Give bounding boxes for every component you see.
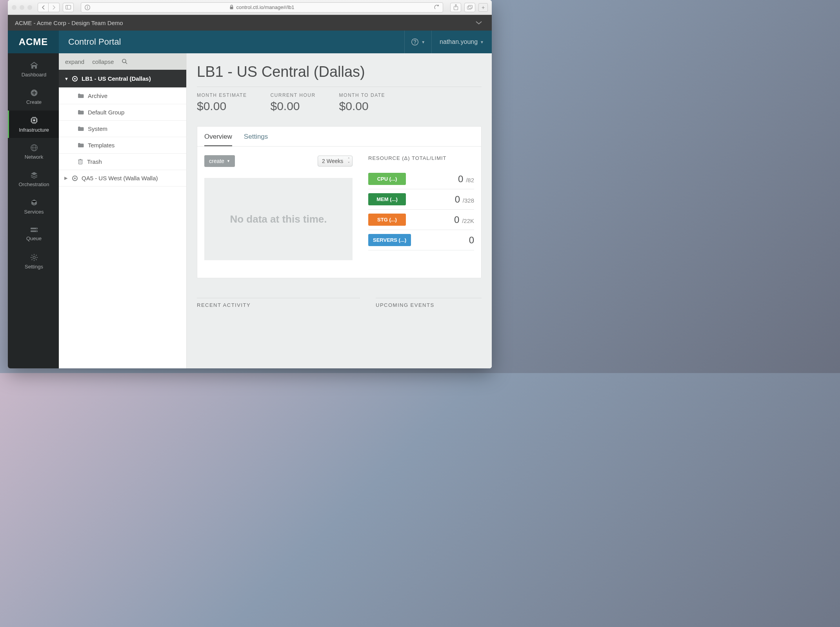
svg-point-35 xyxy=(122,59,126,63)
tree-pane: expand collapse ▼ LB1 - US Central (Dall… xyxy=(59,53,187,368)
metric-label: MONTH ESTIMATE xyxy=(197,92,247,98)
stg-value: 0 /22K xyxy=(454,214,474,225)
folder-icon xyxy=(78,110,84,115)
cpu-value: 0 /82 xyxy=(458,174,474,185)
reload-icon[interactable] xyxy=(434,4,440,10)
tree-node-system[interactable]: System xyxy=(59,121,186,137)
tab-settings[interactable]: Settings xyxy=(244,133,268,146)
metric-value: $0.00 xyxy=(270,100,315,113)
card-tabs: Overview Settings xyxy=(197,127,481,147)
nav-settings[interactable]: Settings xyxy=(8,248,59,275)
resource-row-mem: MEM (...) 0 /328 xyxy=(368,189,474,210)
resource-row-servers: SERVERS (...) 0 xyxy=(368,230,474,250)
tree-node-archive[interactable]: Archive xyxy=(59,88,186,104)
layers-icon xyxy=(30,171,38,179)
svg-point-32 xyxy=(36,228,37,229)
svg-point-33 xyxy=(36,231,37,232)
app-header: ACME Control Portal ▼ nathan.young ▼ xyxy=(8,31,492,53)
mem-pill[interactable]: MEM (...) xyxy=(368,193,406,205)
svg-rect-4 xyxy=(87,7,87,9)
servers-value: 0 xyxy=(469,235,474,246)
traffic-lights xyxy=(12,5,32,10)
section-header: RECENT ACTIVITY xyxy=(197,298,360,308)
tree-node-qa5[interactable]: ▶ QA5 - US West (Walla Walla) xyxy=(59,170,186,187)
address-bar[interactable]: control.ctl.io/manage#/lb1 xyxy=(81,2,443,13)
nav-services[interactable]: Services xyxy=(8,193,59,220)
tree-label: System xyxy=(88,125,107,132)
tree-list: ▼ LB1 - US Central (Dallas) Archive Defa… xyxy=(59,70,186,368)
svg-point-11 xyxy=(415,43,415,44)
logo[interactable]: ACME xyxy=(8,31,59,53)
nav-label: Dashboard xyxy=(22,72,47,78)
nav-label: Orchestration xyxy=(18,181,49,187)
tabs-button[interactable] xyxy=(464,3,475,12)
resource-header: RESOURCE (Δ) TOTAL/LIMIT xyxy=(368,155,474,161)
recent-activity-section: RECENT ACTIVITY xyxy=(197,298,360,308)
chart-column: create ▼ 2 Weeks No data at this time. xyxy=(204,155,353,260)
tree-label: LB1 - US Central (Dallas) xyxy=(82,75,151,82)
tree-node-default-group[interactable]: Default Group xyxy=(59,104,186,121)
collapse-all[interactable]: collapse xyxy=(92,58,114,65)
nav-network[interactable]: Network xyxy=(8,138,59,165)
datacenter-icon xyxy=(72,76,78,82)
nav-dashboard[interactable]: Dashboard xyxy=(8,56,59,83)
plus-circle-icon xyxy=(30,89,38,97)
svg-point-34 xyxy=(33,256,35,259)
tree-node-trash[interactable]: Trash xyxy=(59,154,186,170)
nav-orchestration[interactable]: Orchestration xyxy=(8,165,59,193)
browser-window: control.ctl.io/manage#/lb1 + ACME - Acme… xyxy=(8,0,492,368)
close-dot[interactable] xyxy=(12,5,16,10)
svg-rect-37 xyxy=(79,160,82,164)
tab-overview[interactable]: Overview xyxy=(204,133,232,146)
metric-current-hour: CURRENT HOUR $0.00 xyxy=(270,92,315,113)
caret-down-icon: ▼ xyxy=(480,40,484,44)
cpu-pill[interactable]: CPU (...) xyxy=(368,173,406,185)
search-icon[interactable] xyxy=(122,58,128,65)
metric-month-estimate: MONTH ESTIMATE $0.00 xyxy=(197,92,247,113)
nav-queue[interactable]: Queue xyxy=(8,220,59,248)
browser-titlebar: control.ctl.io/manage#/lb1 + xyxy=(8,0,492,15)
share-button[interactable] xyxy=(450,3,461,12)
servers-pill[interactable]: SERVERS (...) xyxy=(368,234,411,246)
account-bar[interactable]: ACME - Acme Corp - Design Team Demo xyxy=(8,15,492,31)
metric-value: $0.00 xyxy=(197,100,247,113)
caret-down-icon: ▼ xyxy=(421,40,425,44)
expand-all[interactable]: expand xyxy=(65,58,84,65)
svg-rect-9 xyxy=(468,5,472,8)
minimize-dot[interactable] xyxy=(20,5,24,10)
nav-infrastructure[interactable]: Infrastructure xyxy=(8,111,59,138)
divider xyxy=(197,87,482,87)
tree-node-templates[interactable]: Templates xyxy=(59,137,186,154)
site-info-icon[interactable] xyxy=(84,4,91,11)
caret-right-icon: ▶ xyxy=(64,176,68,181)
caret-down-icon: ▼ xyxy=(64,76,68,81)
account-path: ACME - Acme Corp - Design Team Demo xyxy=(15,20,123,26)
zoom-dot[interactable] xyxy=(27,5,32,10)
metric-month-to-date: MONTH TO DATE $0.00 xyxy=(339,92,385,113)
range-select[interactable]: 2 Weeks xyxy=(318,156,353,167)
create-button[interactable]: create ▼ xyxy=(204,155,235,167)
main-content: LB1 - US Central (Dallas) MONTH ESTIMATE… xyxy=(187,53,492,368)
forward-button[interactable] xyxy=(49,3,60,12)
queue-icon xyxy=(30,227,38,233)
chart-toolbar: create ▼ 2 Weeks xyxy=(204,155,353,167)
bottom-sections: RECENT ACTIVITY UPCOMING EVENTS xyxy=(197,298,482,308)
svg-rect-8 xyxy=(467,6,471,9)
tree-node-lb1[interactable]: ▼ LB1 - US Central (Dallas) xyxy=(59,70,186,88)
nav-label: Create xyxy=(26,99,42,105)
svg-rect-5 xyxy=(230,7,233,9)
sidebar-toggle-button[interactable] xyxy=(63,3,74,12)
svg-line-36 xyxy=(125,62,127,64)
svg-rect-14 xyxy=(33,119,35,121)
new-tab-button[interactable]: + xyxy=(478,3,488,12)
lock-icon xyxy=(229,5,234,10)
svg-rect-0 xyxy=(66,5,71,9)
upcoming-events-section: UPCOMING EVENTS xyxy=(376,298,482,308)
stg-pill[interactable]: STG (...) xyxy=(368,214,406,226)
help-menu[interactable]: ▼ xyxy=(404,31,431,53)
trash-icon xyxy=(78,159,83,165)
back-button[interactable] xyxy=(38,3,49,12)
chevron-down-icon[interactable] xyxy=(475,20,485,25)
nav-create[interactable]: Create xyxy=(8,83,59,111)
user-menu[interactable]: nathan.young ▼ xyxy=(431,31,492,53)
